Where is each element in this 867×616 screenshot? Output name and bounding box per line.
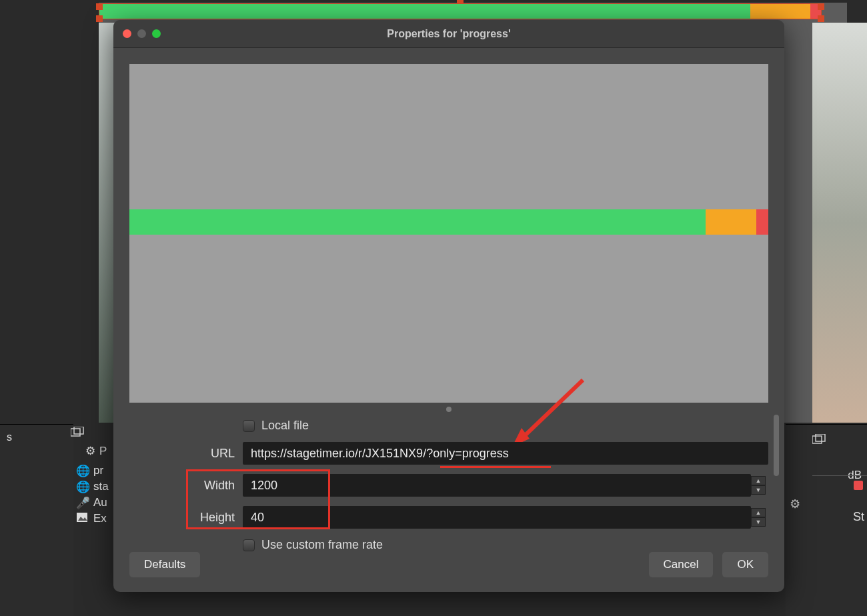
video-frame-right — [812, 23, 867, 423]
svg-rect-4 — [812, 436, 822, 443]
url-input[interactable] — [243, 442, 768, 465]
progress-red-segment — [756, 209, 768, 235]
url-label: URL — [129, 447, 243, 461]
source-label: Ex — [93, 512, 107, 525]
ok-button[interactable]: OK — [722, 552, 768, 577]
mute-indicator[interactable] — [854, 481, 863, 490]
stepper-down-icon[interactable]: ▼ — [751, 517, 766, 527]
gear-icon: ⚙ — [85, 444, 95, 458]
properties-form: Local file URL Width ▲ ▼ Height ▲ ▼ Use … — [129, 419, 768, 552]
resize-handle[interactable] — [96, 3, 103, 10]
left-panel: s — [0, 424, 73, 616]
progress-orange-segment — [750, 4, 810, 19]
gear-label: P — [99, 445, 107, 458]
image-icon — [76, 512, 88, 525]
width-stepper[interactable]: ▲ ▼ — [751, 474, 768, 497]
right-panel: dB ⚙ St — [786, 424, 867, 616]
custom-frame-checkbox[interactable] — [243, 539, 255, 551]
height-label: Height — [129, 511, 243, 525]
dock-icon[interactable] — [812, 434, 826, 448]
resize-handle[interactable] — [818, 15, 824, 22]
dialog-titlebar[interactable]: Properties for 'progress' — [113, 20, 784, 48]
selected-source-outline[interactable] — [99, 3, 822, 19]
gear-icon[interactable]: ⚙ — [790, 497, 800, 511]
svg-rect-1 — [74, 427, 83, 434]
local-file-label: Local file — [261, 419, 309, 433]
mixer-line — [812, 475, 867, 476]
svg-rect-5 — [816, 434, 825, 441]
preview-drag-handle[interactable] — [446, 407, 452, 412]
width-input[interactable] — [243, 474, 751, 497]
dialog-buttons: Defaults Cancel OK — [129, 552, 768, 577]
stepper-down-icon[interactable]: ▼ — [751, 485, 766, 495]
properties-dialog: Properties for 'progress' Local file URL… — [113, 20, 784, 592]
resize-handle[interactable] — [818, 3, 824, 10]
source-label: sta — [93, 480, 109, 493]
dock-icon[interactable] — [71, 427, 84, 441]
source-label: pr — [93, 464, 103, 477]
globe-icon: 🌐 — [76, 464, 88, 478]
height-input[interactable] — [243, 506, 751, 529]
mic-icon: 🎤 — [76, 496, 88, 510]
source-preview[interactable] — [129, 64, 768, 403]
dialog-scrollbar[interactable] — [774, 415, 779, 476]
stepper-up-icon[interactable]: ▲ — [751, 508, 766, 517]
panel-text: St — [853, 510, 864, 524]
dialog-title: Properties for 'progress' — [113, 28, 784, 40]
cancel-button[interactable]: Cancel — [649, 552, 714, 577]
source-label: Au — [93, 496, 107, 509]
progress-orange-segment — [706, 209, 756, 235]
width-label: Width — [129, 479, 243, 493]
resize-handle[interactable] — [457, 0, 464, 3]
resize-handle[interactable] — [96, 15, 103, 22]
local-file-checkbox[interactable] — [243, 420, 255, 432]
custom-frame-label: Use custom frame rate — [261, 538, 383, 552]
left-panel-text: s — [7, 431, 12, 443]
preview-progress-bar — [129, 209, 768, 235]
defaults-button[interactable]: Defaults — [129, 552, 200, 577]
height-stepper[interactable]: ▲ ▼ — [751, 506, 768, 529]
svg-rect-0 — [71, 429, 80, 436]
globe-icon: 🌐 — [76, 480, 88, 494]
gear-properties[interactable]: ⚙ P — [85, 444, 107, 458]
stepper-up-icon[interactable]: ▲ — [751, 476, 766, 485]
